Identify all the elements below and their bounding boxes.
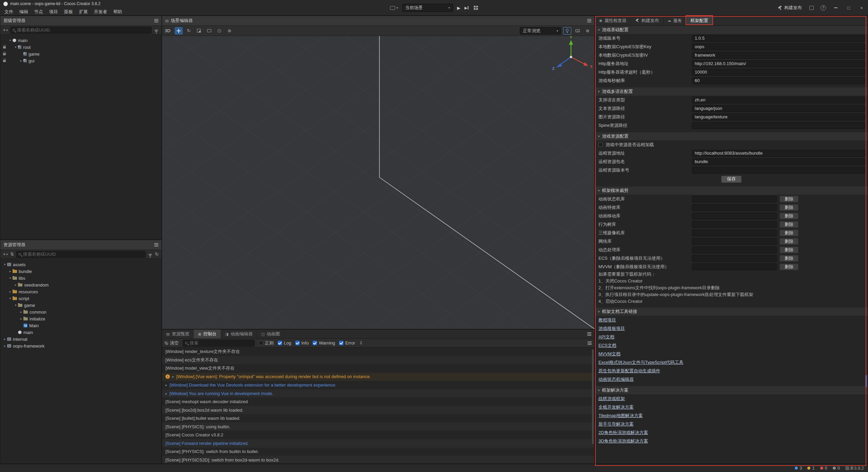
- log-row[interactable]: [Scene] [PHYSICS2D]: switch from box2d-w…: [162, 456, 594, 464]
- export-log-icon[interactable]: ⇩: [359, 340, 363, 346]
- inspector-tab-服务[interactable]: ☁服务: [664, 16, 687, 25]
- tree-arrow-icon[interactable]: ▸: [13, 283, 18, 287]
- link-Tiledmap地图解决方案[interactable]: Tiledmap地图解决方案: [598, 413, 643, 419]
- tree-arrow-icon[interactable]: ▾: [8, 276, 13, 280]
- package-button[interactable]: [806, 6, 817, 10]
- field-input[interactable]: [692, 122, 865, 129]
- link-原生包热更新配置自动生成插件[interactable]: 原生包热更新配置自动生成插件: [598, 368, 660, 374]
- remote-load-checkbox[interactable]: [598, 142, 603, 147]
- field-input[interactable]: [692, 158, 865, 165]
- assets-item-bundle[interactable]: ▸bundle: [0, 268, 161, 275]
- assets-item-libs[interactable]: ▾libs: [0, 275, 161, 281]
- menu-item-0[interactable]: 文件: [1, 8, 16, 16]
- assets-search-input[interactable]: [23, 252, 143, 257]
- tree-arrow-icon[interactable]: ▸: [8, 270, 13, 273]
- delete-button[interactable]: 删除: [780, 230, 798, 236]
- assets-search[interactable]: [16, 251, 145, 258]
- link-Excel格式转Json文件与TypeScript代码工具[interactable]: Excel格式转Json文件与TypeScript代码工具: [598, 359, 684, 366]
- add-asset-button[interactable]: +▾: [3, 252, 8, 257]
- clear-console-button[interactable]: 清空: [165, 340, 179, 346]
- log-row[interactable]: [Scene] Cocos Creator v3.8.2: [162, 431, 594, 439]
- console-tab-动画编辑器[interactable]: ◨动画编辑器: [221, 330, 257, 338]
- field-input[interactable]: [692, 43, 865, 50]
- field-input[interactable]: [692, 60, 865, 67]
- field-input[interactable]: [692, 97, 865, 103]
- error-count[interactable]: 0: [820, 466, 827, 471]
- assets-item-initialize[interactable]: ▸initialize: [0, 315, 161, 322]
- rect-tool-button[interactable]: [205, 27, 213, 35]
- tree-arrow-icon[interactable]: ▸: [8, 290, 13, 293]
- menu-item-6[interactable]: 开发者: [91, 8, 110, 16]
- tree-arrow-icon[interactable]: ▸: [19, 59, 23, 62]
- assets-item-resources[interactable]: ▸resources: [0, 288, 161, 295]
- field-input[interactable]: [692, 114, 865, 120]
- section-header-游戏基础配置[interactable]: ▾游戏基础配置: [595, 26, 868, 34]
- assets-item-seedrandom[interactable]: ▸seedrandom: [0, 281, 161, 288]
- log-row[interactable]: [Scene] [PHYSICS]: switch from builtin t…: [162, 448, 594, 456]
- tree-arrow-icon[interactable]: ▾: [13, 303, 18, 307]
- delete-button[interactable]: 删除: [780, 204, 798, 211]
- panel-menu-icon[interactable]: [587, 334, 591, 334]
- filter-error[interactable]: Error: [339, 340, 355, 346]
- expand-icon[interactable]: ▸: [165, 392, 167, 395]
- delete-button[interactable]: 删除: [780, 255, 798, 262]
- log-row[interactable]: ▸[Window] Download the Vue Devtools exte…: [162, 381, 594, 389]
- camera-settings-button[interactable]: [573, 27, 581, 35]
- filter-info[interactable]: Info: [295, 340, 309, 346]
- scene-viewport[interactable]: YXZ: [162, 36, 594, 329]
- expand-icon[interactable]: ▸: [165, 383, 167, 387]
- link-全栈开发解决方案[interactable]: 全栈开发解决方案: [598, 404, 634, 410]
- section-header-框架模块裁剪[interactable]: ▾框架模块裁剪: [595, 186, 868, 195]
- scene-settings-button[interactable]: ⊛: [584, 27, 592, 35]
- anchor-tool-button[interactable]: [215, 27, 223, 35]
- device-select[interactable]: ▾: [390, 6, 398, 10]
- hierarchy-search[interactable]: [10, 27, 152, 34]
- link-API文档[interactable]: API文档: [598, 334, 614, 340]
- menu-item-5[interactable]: 扩展: [76, 8, 91, 16]
- log-row[interactable]: [Window] ecs文件夹不存在: [162, 356, 594, 365]
- tree-arrow-icon[interactable]: ▸: [2, 337, 7, 341]
- filter-icon[interactable]: [149, 254, 152, 255]
- hierarchy-item-gui[interactable]: ▸gui: [0, 57, 161, 64]
- tree-arrow-icon[interactable]: ▸: [19, 310, 23, 314]
- scale-tool-button[interactable]: [195, 27, 203, 35]
- log-row[interactable]: [Window] render_texture文件夹不存在: [162, 348, 594, 356]
- log-row[interactable]: !▸[Window] [Vue warn]: Property "onInput…: [162, 373, 594, 381]
- console-scrollbar[interactable]: [592, 349, 594, 444]
- panel-menu-icon[interactable]: [154, 244, 158, 245]
- assets-item-main[interactable]: main: [0, 329, 161, 336]
- console-tab-动画图[interactable]: ◫动画图: [257, 330, 284, 338]
- checkbox-icon[interactable]: [278, 341, 282, 345]
- checkbox-icon[interactable]: [295, 341, 300, 345]
- menu-item-2[interactable]: 节点: [31, 8, 46, 16]
- refresh-icon[interactable]: ↻: [155, 252, 159, 257]
- delete-button[interactable]: 删除: [780, 221, 798, 228]
- menu-item-1[interactable]: 编辑: [16, 8, 31, 16]
- menu-item-7[interactable]: 帮助: [110, 8, 125, 16]
- delete-button[interactable]: 删除: [780, 213, 798, 219]
- expand-icon[interactable]: ▸: [172, 375, 174, 378]
- tree-arrow-icon[interactable]: ▸: [2, 344, 7, 348]
- delete-button[interactable]: 删除: [780, 238, 798, 245]
- panel-menu-icon[interactable]: [587, 20, 591, 21]
- assets-item-script[interactable]: ▾script: [0, 295, 161, 302]
- assets-item-common[interactable]: ▸common: [0, 309, 161, 315]
- link-游戏模板项目[interactable]: 游戏模板项目: [598, 326, 625, 332]
- move-tool-button[interactable]: [175, 27, 183, 35]
- console-search[interactable]: [183, 340, 255, 347]
- panel-menu-icon[interactable]: [154, 20, 158, 21]
- build-publish-button[interactable]: 构建发布: [774, 5, 806, 11]
- save-button[interactable]: 保存: [721, 176, 742, 183]
- section-header-游戏多语言配置[interactable]: ▾游戏多语言配置: [595, 87, 868, 96]
- log-row[interactable]: [Scene] [box2d]:box2d wasm lib loaded.: [162, 406, 594, 414]
- notice-count[interactable]: 0: [833, 466, 840, 471]
- hierarchy-item-main[interactable]: ▾main: [0, 37, 161, 44]
- link-新手引导解决方案[interactable]: 新手引导解决方案: [598, 421, 634, 427]
- section-header-游戏资源配置[interactable]: ▾游戏资源配置: [595, 132, 868, 140]
- section-header-框架解决方案[interactable]: ▾框架解决方案: [595, 386, 868, 394]
- panel-menu-icon[interactable]: [588, 343, 592, 343]
- console-tab-资源预览[interactable]: ▤资源预览: [162, 330, 194, 338]
- log-row[interactable]: [Scene] [bullet]:bullet wasm lib loaded.: [162, 414, 594, 422]
- log-row[interactable]: ▸[Window] You are running Vue in develop…: [162, 389, 594, 398]
- field-input[interactable]: [692, 77, 865, 84]
